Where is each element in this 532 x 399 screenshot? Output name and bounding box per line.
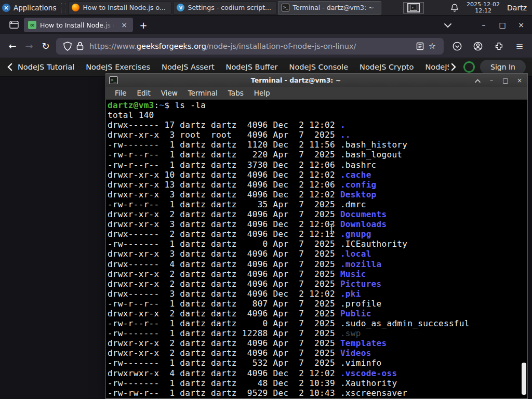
notification-bell-icon[interactable]: [450, 3, 459, 12]
menu-view[interactable]: View: [156, 87, 182, 99]
sign-in-button[interactable]: Sign In: [480, 60, 526, 74]
taskbar-item-codium[interactable]: V Settings - codium script...: [173, 1, 276, 15]
terminal-line: -rw-r--r-- 1 dartz dartz 0 Apr 7 2025 .s…: [108, 318, 527, 328]
terminal-line: drwxr-xr-x 2 dartz dartz 4096 Apr 7 2025…: [108, 269, 527, 279]
xubuntu-logo-icon: ×: [2, 4, 10, 12]
browser-maximize-button[interactable]: □: [497, 21, 508, 29]
browser-tab-active[interactable]: ∞ How to Install Node.js on ×: [24, 18, 133, 32]
terminal-line: drwxr-xr-x 3 dartz dartz 4096 Apr 7 2025…: [108, 249, 527, 259]
terminal-line: drwx------ 3 dartz dartz 4096 Dec 2 12:0…: [108, 289, 527, 299]
terminal-line: drwxrwxr-x 4 dartz dartz 4096 Dec 2 12:0…: [108, 368, 527, 378]
nav-link[interactable]: NodeJS Tutorial: [18, 63, 74, 71]
terminal-line: -rw------- 1 dartz dartz 12288 Apr 7 202…: [108, 328, 527, 338]
terminal-title: Terminal - dartz@vm3: ~: [118, 76, 474, 84]
reader-view-icon[interactable]: [414, 40, 426, 52]
browser-tab-bar: ∞ How to Install Node.js on × + – □ ×: [0, 16, 532, 34]
desktop-panel: × Applications How to Install Node.js o.…: [0, 0, 532, 16]
applications-label: Applications: [14, 4, 56, 12]
taskbar-item-terminal[interactable]: >_ Terminal - dartz@vm3: ~: [278, 1, 381, 15]
url-bar[interactable]: https://www.geeksforgeeks.org/node-js/in…: [56, 38, 444, 55]
browser-toolbar: ← → ↻ https://www.geeksforgeeks.org/node…: [0, 34, 532, 58]
codium-icon: V: [177, 4, 184, 11]
applications-menu-button[interactable]: × Applications: [0, 0, 60, 16]
terminal-minimize-button[interactable]: –: [488, 77, 495, 84]
account-icon[interactable]: [470, 38, 486, 55]
clock-date: 2025-12-02: [467, 2, 500, 8]
nav-link[interactable]: NodeJS Buffer: [226, 63, 278, 71]
list-all-tabs-icon[interactable]: [444, 20, 452, 30]
url-text: https://www.geeksforgeeks.org/node-js/in…: [89, 42, 414, 50]
firefox-view-icon[interactable]: [6, 18, 22, 32]
terminal-line: -rw------- 1 dartz dartz 0 Apr 7 2025 .I…: [108, 239, 527, 249]
firefox-icon: [72, 4, 79, 11]
tab-title: How to Install Node.js on: [40, 21, 116, 29]
browser-close-button[interactable]: ×: [515, 21, 527, 29]
nav-link[interactable]: NodeJS Crypto: [360, 63, 414, 71]
nav-link[interactable]: NodeJS Exercises: [86, 63, 150, 71]
user-menu[interactable]: Dartz: [507, 4, 527, 12]
extensions-icon[interactable]: [490, 38, 507, 55]
nav-link[interactable]: NodeJS Console: [289, 63, 349, 71]
panel-separator: [61, 3, 65, 12]
terminal-line: drwxr-xr-x 2 dartz dartz 4096 Apr 7 2025…: [108, 309, 527, 318]
lock-icon[interactable]: [74, 40, 86, 52]
tab-close-icon[interactable]: ×: [119, 20, 129, 30]
terminal-line: drwxr-xr-x 2 dartz dartz 4096 Apr 7 2025…: [108, 209, 527, 219]
terminal-line: drwx------ 2 dartz dartz 4096 Dec 2 12:1…: [108, 229, 527, 239]
terminal-line: drwxr-xr-x 2 dartz dartz 4096 Apr 7 2025…: [108, 338, 527, 348]
terminal-line: drwxr-xr-x 10 dartz dartz 4096 Dec 2 12:…: [108, 170, 527, 180]
terminal-line: drwx------ 4 dartz dartz 4096 Apr 7 2025…: [108, 259, 527, 269]
terminal-line: drwxr-xr-x 3 dartz dartz 4096 Dec 2 12:0…: [108, 219, 527, 229]
terminal-line: drwxr-xr-x 2 dartz dartz 4096 Apr 7 2025…: [108, 279, 527, 289]
menu-file[interactable]: File: [110, 87, 131, 99]
terminal-window-icon: >_: [109, 76, 118, 84]
terminal-maximize-button[interactable]: □: [502, 77, 509, 84]
terminal-shade-button[interactable]: [474, 77, 481, 84]
terminal-line: -rw-r--r-- 1 dartz dartz 220 Apr 7 2025 …: [108, 150, 527, 159]
url-prefix: https://www.: [89, 42, 137, 50]
menu-help[interactable]: Help: [249, 87, 275, 99]
browser-window-controls: – □ ×: [478, 21, 527, 29]
menu-edit[interactable]: Edit: [132, 87, 155, 99]
terminal-line: -rw-r--r-- 1 dartz dartz 807 Apr 7 2025 …: [108, 299, 527, 309]
workspace-switcher[interactable]: >_: [400, 2, 427, 14]
terminal-scrollbar-thumb[interactable]: [522, 363, 526, 395]
panel-clock[interactable]: 2025-12-02 12:12: [467, 2, 500, 14]
terminal-icon: >_: [282, 4, 289, 11]
url-path: /node-js/installation-of-node-js-on-linu…: [206, 42, 356, 50]
reload-button[interactable]: ↻: [37, 38, 54, 55]
terminal-output: dartz@vm3:~$ ls -latotal 140drwx------ 1…: [106, 100, 527, 398]
menu-hamburger-icon[interactable]: ≡: [511, 38, 528, 55]
nav-link[interactable]: NodeJS Assert: [162, 63, 215, 71]
taskbar-item-firefox[interactable]: How to Install Node.js o...: [68, 1, 171, 15]
menu-tabs[interactable]: Tabs: [223, 87, 248, 99]
geeksforgeeks-favicon: ∞: [28, 21, 36, 29]
url-domain: geeksforgeeks.org: [137, 42, 206, 50]
terminal-line: -rw------- 1 dartz dartz 532 Apr 7 2025 …: [108, 358, 527, 368]
terminal-close-button[interactable]: ×: [516, 77, 523, 84]
menu-terminal[interactable]: Terminal: [183, 87, 222, 99]
terminal-line: drwxr-xr-x 3 dartz dartz 4096 Dec 2 12:0…: [108, 190, 527, 200]
pocket-icon[interactable]: [449, 38, 466, 55]
terminal-titlebar[interactable]: >_ Terminal - dartz@vm3: ~ – □ ×: [106, 74, 527, 87]
terminal-window: >_ Terminal - dartz@vm3: ~ – □ × File Ed…: [105, 73, 528, 399]
nav-scroll-left-icon[interactable]: [5, 62, 15, 72]
nav-scroll-right-icon[interactable]: [449, 62, 458, 72]
workspace-terminal-icon: >_: [410, 5, 417, 11]
bookmark-star-icon[interactable]: ☆: [426, 40, 438, 52]
terminal-line: -rw-r--r-- 1 dartz dartz 35 Apr 7 2025 .…: [108, 200, 527, 209]
tracking-shield-icon[interactable]: [61, 40, 74, 52]
terminal-menubar: File Edit View Terminal Tabs Help: [106, 87, 527, 100]
browser-minimize-button[interactable]: –: [478, 21, 489, 29]
terminal-line: -rw------- 1 dartz dartz 1120 Dec 2 11:5…: [108, 140, 527, 150]
panel-status-area: 2025-12-02 12:12 Dartz: [450, 2, 532, 14]
terminal-line: -rw-r--r-- 1 dartz dartz 3730 Dec 2 12:0…: [108, 160, 527, 170]
forward-button[interactable]: →: [21, 38, 37, 55]
back-button[interactable]: ←: [4, 38, 21, 55]
terminal-line: -rw------- 1 dartz dartz 48 Dec 2 10:39 …: [108, 378, 527, 388]
terminal-window-controls: – □ ×: [474, 77, 523, 84]
nav-link[interactable]: NodeJS DNS: [425, 63, 449, 71]
terminal-line: drwx------ 17 dartz dartz 4096 Dec 2 12:…: [108, 120, 527, 130]
new-tab-button[interactable]: +: [136, 18, 151, 32]
search-icon[interactable]: [463, 61, 475, 73]
